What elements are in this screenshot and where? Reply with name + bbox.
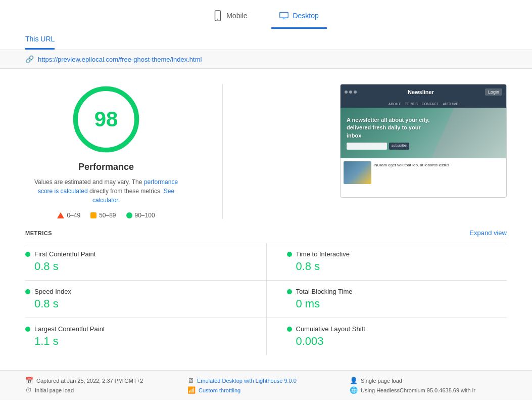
metrics-title: METRICS	[25, 230, 52, 236]
single-page-load-text: Single page load	[361, 378, 402, 384]
calendar-icon: 📅	[25, 377, 33, 384]
legend-range-3: 90–100	[135, 212, 155, 219]
footer-emulated-desktop: 🖥 Emulated Desktop with Lighthouse 9.0.0	[187, 377, 345, 384]
preview-hero: A newsletter all about your city, delive…	[341, 108, 506, 158]
metric-fcp-name-row: First Contentful Paint	[25, 250, 246, 258]
metric-lcp-value: 1.1 s	[25, 335, 246, 348]
legend-range-1: 0–49	[67, 212, 80, 219]
preview-dot-3	[354, 91, 357, 94]
footer-chromium: 🌐 Using HeadlessChromium 95.0.4638.69 wi…	[350, 386, 507, 394]
legend-orange: 50–89	[90, 212, 116, 219]
metric-tti: Time to Interactive 0.8 s	[266, 243, 507, 280]
mobile-label: Mobile	[226, 12, 247, 20]
main-divider	[222, 84, 223, 219]
score-circle: 98	[71, 84, 141, 155]
preview-dot-1	[345, 91, 348, 94]
performance-description: Values are estimated and may vary. The p…	[33, 177, 179, 205]
preview-nav-item-1: ABOUT	[389, 102, 401, 106]
clock-icon: ⏱	[25, 386, 32, 394]
preview-card-area: Nullam eget volutpat leo, at lobortis le…	[341, 158, 506, 187]
footer-single-page-load: 👤 Single page load	[350, 377, 507, 384]
metric-fcp-label: First Contentful Paint	[34, 250, 95, 258]
metric-tbt-label: Total Blocking Time	[296, 288, 353, 295]
preview-nav-item-4: ARCHIVE	[443, 102, 458, 106]
footer-bar: 📅 Captured at Jan 25, 2022, 2:37 PM GMT+…	[0, 370, 532, 400]
metric-cls: Cumulative Layout Shift 0.003	[266, 318, 507, 355]
metric-tbt-dot	[287, 289, 292, 294]
preview-subscribe-button: subscribe	[389, 143, 409, 150]
metric-fcp-value: 0.8 s	[25, 260, 246, 273]
red-triangle-icon	[57, 212, 64, 218]
footer-col-1: 📅 Captured at Jan 25, 2022, 2:37 PM GMT+…	[25, 377, 182, 394]
preview-login-button: Login	[485, 88, 502, 96]
preview-card-image	[344, 161, 371, 184]
preview-hero-text: A newsletter all about your city, delive…	[347, 116, 431, 140]
desktop-label: Desktop	[293, 12, 318, 20]
url-bar: 🔗 https://preview.epilocal.com/free-ghos…	[0, 50, 532, 69]
metric-lcp-label: Largest Contentful Paint	[34, 325, 105, 333]
mobile-toggle-button[interactable]: Mobile	[205, 6, 255, 29]
preview-section: Newsliner Login ABOUT TOPICS CONTACT ARC…	[258, 84, 507, 198]
emulated-desktop-link[interactable]: Emulated Desktop with Lighthouse 9.0.0	[197, 378, 297, 384]
metric-tti-label: Time to Interactive	[296, 250, 350, 258]
preview-card-text: Nullam eget volutpat leo, at lobortis le…	[374, 161, 449, 184]
preview-site-name: Newsliner	[361, 89, 481, 95]
metric-tti-dot	[287, 252, 292, 257]
metric-tbt-name-row: Total Blocking Time	[287, 288, 507, 295]
url-link[interactable]: https://preview.epilocal.com/free-ghost-…	[38, 56, 202, 63]
metrics-section: METRICS Expand view First Contentful Pai…	[0, 229, 532, 365]
link-icon: 🔗	[25, 55, 34, 63]
metrics-header: METRICS Expand view	[25, 229, 507, 237]
metric-tbt: Total Blocking Time 0 ms	[266, 280, 507, 318]
expand-view-link[interactable]: Expand view	[469, 229, 507, 237]
metric-cls-dot	[287, 327, 292, 332]
preview-dot-2	[349, 91, 352, 94]
wifi-icon: 📶	[187, 386, 196, 394]
metric-fcp: First Contentful Paint 0.8 s	[25, 243, 266, 280]
perf-desc-mid: directly from these metrics.	[89, 188, 162, 195]
footer-col-2: 🖥 Emulated Desktop with Lighthouse 9.0.0…	[187, 377, 345, 394]
orange-square-icon	[90, 212, 96, 218]
desktop-icon	[279, 10, 288, 21]
metric-cls-label: Cumulative Layout Shift	[296, 325, 365, 333]
captured-at-text: Captured at Jan 25, 2022, 2:37 PM GMT+2	[36, 378, 143, 384]
monitor-icon: 🖥	[187, 377, 194, 384]
legend-range-2: 50–89	[99, 212, 116, 219]
initial-page-load-text: Initial page load	[35, 387, 74, 393]
metric-si: Speed Index 0.8 s	[25, 280, 266, 318]
footer-captured-at: 📅 Captured at Jan 25, 2022, 2:37 PM GMT+…	[25, 377, 182, 384]
metric-fcp-dot	[25, 252, 30, 257]
perf-desc-text: Values are estimated and may vary. The	[34, 178, 142, 186]
metric-lcp-name-row: Largest Contentful Paint	[25, 325, 246, 333]
metrics-grid: First Contentful Paint 0.8 s Time to Int…	[25, 243, 507, 355]
score-legend: 0–49 50–89 90–100	[57, 212, 155, 219]
metric-si-value: 0.8 s	[25, 297, 246, 310]
footer-custom-throttling: 📶 Custom throttling	[187, 386, 345, 394]
user-icon: 👤	[350, 377, 358, 384]
desktop-toggle-button[interactable]: Desktop	[271, 6, 326, 29]
preview-nav-item-2: TOPICS	[405, 102, 418, 106]
custom-throttling-link[interactable]: Custom throttling	[199, 387, 240, 393]
metric-tti-value: 0.8 s	[287, 260, 507, 273]
svg-rect-2	[280, 12, 288, 18]
this-url-tab[interactable]: This URL	[25, 29, 55, 50]
metric-si-name-row: Speed Index	[25, 288, 246, 295]
green-circle-icon	[126, 212, 132, 218]
preview-nav: ABOUT TOPICS CONTACT ARCHIVE	[341, 100, 506, 108]
metric-lcp-dot	[25, 327, 30, 332]
metric-si-dot	[25, 289, 30, 294]
preview-frame: Newsliner Login ABOUT TOPICS CONTACT ARC…	[340, 84, 507, 198]
device-toggle: Mobile Desktop	[0, 0, 532, 29]
legend-green: 90–100	[126, 212, 155, 219]
score-value: 98	[94, 107, 118, 131]
metric-tti-name-row: Time to Interactive	[287, 250, 507, 258]
preview-nav-item-3: CONTACT	[422, 102, 439, 106]
metric-cls-name-row: Cumulative Layout Shift	[287, 325, 507, 333]
chromium-text: Using HeadlessChromium 95.0.4638.69 with…	[361, 387, 475, 393]
metric-lcp: Largest Contentful Paint 1.1 s	[25, 318, 266, 355]
preview-dots	[345, 91, 357, 94]
globe-icon: 🌐	[350, 386, 358, 394]
metric-tbt-value: 0 ms	[287, 297, 507, 310]
tab-bar: This URL	[0, 29, 532, 50]
main-content: 98 Performance Values are estimated and …	[0, 69, 532, 229]
